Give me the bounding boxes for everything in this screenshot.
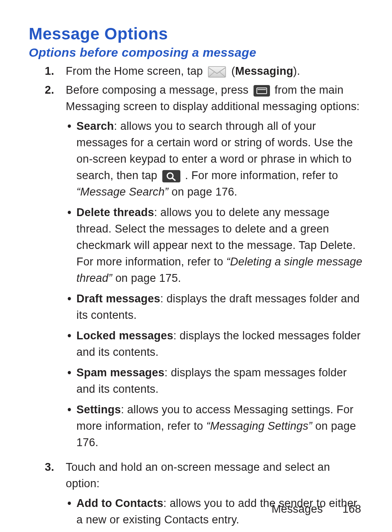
- step-2: 2. Before composing a message, press fro…: [29, 82, 363, 456]
- text: . For more information, refer to: [182, 169, 338, 182]
- svg-rect-4: [162, 170, 180, 182]
- term: Draft messages: [76, 292, 160, 305]
- bullet-draft-messages: Draft messages: displays the draft messa…: [76, 290, 363, 327]
- page-ref: on page 176.: [168, 186, 238, 198]
- text: From the Home screen, tap: [66, 65, 206, 77]
- bullet-search: Search: allows you to search through all…: [76, 118, 363, 204]
- text: (: [231, 65, 235, 77]
- section-title: Message Options: [29, 25, 363, 43]
- option-list: Search: allows you to search through all…: [66, 118, 363, 455]
- step-3: 3. Touch and hold an on-screen message a…: [29, 459, 363, 532]
- page-footer: Messages 168: [272, 503, 361, 516]
- step-number: 1.: [29, 63, 66, 79]
- term: Settings: [76, 403, 121, 416]
- term: Spam messages: [76, 366, 164, 379]
- step-body: From the Home screen, tap (Messaging).: [66, 63, 363, 79]
- menu-icon: [254, 85, 270, 97]
- text: Before composing a message, press: [66, 84, 252, 96]
- app-name: Messaging: [235, 65, 293, 77]
- svg-rect-0: [208, 67, 226, 77]
- step-body: Before composing a message, press from t…: [66, 82, 363, 456]
- footer-page-number: 168: [342, 503, 361, 515]
- bullet-locked-messages: Locked messages: displays the locked mes…: [76, 327, 363, 364]
- step-number: 3.: [29, 459, 66, 532]
- magnifier-icon: [162, 170, 180, 182]
- page-ref: on page 175.: [112, 272, 181, 284]
- cross-ref: “Messaging Settings”: [206, 420, 312, 432]
- term: Locked messages: [76, 329, 173, 342]
- bullet-delete-threads: Delete threads: allows you to delete any…: [76, 204, 363, 290]
- subsection-title: Options before composing a message: [29, 46, 363, 60]
- bullet-spam-messages: Spam messages: displays the spam message…: [76, 364, 363, 401]
- step-number: 2.: [29, 82, 66, 456]
- bullet-settings: Settings: allows you to access Messaging…: [76, 401, 363, 455]
- text: Touch and hold an on-screen message and …: [66, 461, 330, 490]
- step-1: 1. From the Home screen, tap: [29, 63, 363, 79]
- svg-rect-1: [254, 85, 270, 97]
- term: Add to Contacts: [76, 497, 164, 509]
- step-body: Touch and hold an on-screen message and …: [66, 459, 363, 532]
- text: ).: [293, 65, 300, 77]
- cross-ref: “Message Search”: [76, 186, 168, 198]
- footer-section-label: Messages: [272, 503, 339, 515]
- manual-page: Message Options Options before composing…: [0, 0, 392, 532]
- envelope-icon: [208, 66, 226, 78]
- term: Search: [76, 120, 114, 132]
- term: Delete threads: [76, 206, 154, 219]
